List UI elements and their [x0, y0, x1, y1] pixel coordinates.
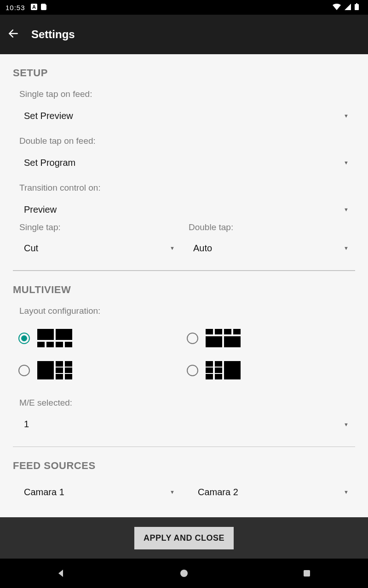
layout-option-2[interactable]: [187, 322, 355, 355]
svg-rect-8: [65, 342, 72, 347]
me-selected-select[interactable]: 1 ▼: [13, 414, 355, 435]
svg-rect-25: [215, 368, 222, 373]
layout-option-4[interactable]: [187, 355, 355, 387]
svg-rect-19: [65, 368, 72, 373]
single-tap-feed-select[interactable]: Set Preview ▼: [13, 106, 355, 126]
nav-home-icon[interactable]: [166, 564, 202, 582]
layout-preview-icon: [206, 361, 242, 380]
layout-option-1[interactable]: [18, 322, 187, 355]
page-title: Settings: [31, 28, 75, 41]
wifi-icon: [333, 4, 341, 11]
svg-rect-16: [56, 361, 63, 367]
double-tap-value: Auto: [193, 243, 212, 254]
section-setup-title: SETUP: [13, 67, 355, 79]
svg-rect-30: [304, 570, 310, 577]
radio-icon: [18, 365, 30, 376]
svg-rect-21: [65, 374, 72, 379]
feed-source-1-value: Camara 1: [24, 487, 64, 498]
svg-rect-5: [37, 342, 45, 347]
settings-content: SETUP Single tap on feed: Set Preview ▼ …: [0, 54, 368, 517]
transition-control-value: Preview: [24, 204, 57, 215]
double-tap-select[interactable]: Auto ▼: [187, 238, 355, 258]
apply-and-close-button[interactable]: APPLY AND CLOSE: [134, 527, 234, 549]
svg-rect-17: [65, 361, 72, 367]
nav-bar: [0, 559, 368, 588]
svg-rect-4: [56, 329, 72, 340]
chevron-down-icon: ▼: [344, 422, 349, 427]
chevron-down-icon: ▼: [344, 113, 349, 119]
svg-rect-11: [224, 329, 231, 334]
single-tap-feed-label: Single tap on feed:: [19, 89, 355, 99]
svg-rect-23: [215, 361, 222, 367]
me-selected-label: M/E selected:: [19, 398, 355, 408]
transition-control-select[interactable]: Preview ▼: [13, 199, 355, 220]
radio-icon: [18, 333, 30, 344]
keyboard-indicator-icon: A: [31, 4, 37, 11]
svg-rect-28: [224, 361, 241, 379]
feed-source-2-value: Camara 2: [198, 487, 238, 498]
single-tap-label: Single tap:: [19, 222, 181, 232]
bottom-bar: APPLY AND CLOSE: [0, 517, 368, 559]
divider: [13, 270, 355, 271]
feed-source-2-select[interactable]: Camara 2 ▼: [187, 482, 355, 502]
signal-icon: [345, 4, 351, 11]
nav-recents-icon[interactable]: [288, 564, 325, 582]
svg-rect-18: [56, 368, 63, 373]
svg-rect-7: [56, 342, 63, 347]
double-tap-feed-label: Double tap on feed:: [19, 136, 355, 146]
svg-rect-10: [215, 329, 222, 334]
divider: [13, 447, 355, 447]
battery-icon: [355, 3, 359, 11]
svg-rect-20: [56, 374, 63, 379]
svg-rect-15: [37, 361, 54, 379]
layout-preview-icon: [37, 329, 73, 348]
layout-preview-icon: [206, 329, 242, 348]
double-tap-feed-select[interactable]: Set Program ▼: [13, 153, 355, 173]
layout-config-label: Layout configuration:: [19, 306, 355, 316]
svg-rect-14: [224, 336, 241, 347]
status-clock: 10:53: [6, 4, 25, 11]
chevron-down-icon: ▼: [344, 207, 349, 212]
chevron-down-icon: ▼: [170, 489, 175, 495]
svg-rect-13: [206, 336, 222, 347]
feed-source-1-select[interactable]: Camara 1 ▼: [13, 482, 181, 502]
chevron-down-icon: ▼: [344, 160, 349, 165]
status-bar: 10:53 A: [0, 0, 368, 15]
transition-control-label: Transition control on:: [19, 183, 355, 193]
double-tap-feed-value: Set Program: [24, 158, 75, 168]
single-tap-value: Cut: [24, 243, 38, 254]
svg-rect-22: [206, 361, 213, 367]
chevron-down-icon: ▼: [344, 489, 349, 495]
svg-rect-6: [46, 342, 54, 347]
single-tap-select[interactable]: Cut ▼: [13, 238, 181, 258]
svg-rect-26: [206, 374, 213, 379]
chevron-down-icon: ▼: [344, 245, 349, 251]
section-multiview-title: MULTIVIEW: [13, 284, 355, 296]
single-tap-feed-value: Set Preview: [24, 111, 73, 121]
app-bar: Settings: [0, 15, 368, 54]
svg-rect-3: [37, 329, 54, 340]
radio-icon: [187, 333, 198, 344]
layout-preview-icon: [37, 361, 73, 380]
chevron-down-icon: ▼: [170, 245, 175, 251]
nav-back-icon[interactable]: [43, 564, 80, 582]
svg-rect-12: [233, 329, 241, 334]
svg-rect-9: [206, 329, 213, 334]
back-arrow-icon[interactable]: [7, 28, 19, 41]
sd-card-icon: [41, 4, 46, 11]
svg-rect-27: [215, 374, 222, 379]
radio-icon: [187, 365, 198, 376]
svg-rect-24: [206, 368, 213, 373]
double-tap-label: Double tap:: [189, 222, 355, 232]
svg-point-29: [180, 570, 188, 577]
me-selected-value: 1: [24, 419, 29, 430]
layout-option-3[interactable]: [18, 355, 187, 387]
svg-text:A: A: [32, 4, 36, 10]
section-feed-sources-title: FEED SOURCES: [13, 460, 355, 472]
